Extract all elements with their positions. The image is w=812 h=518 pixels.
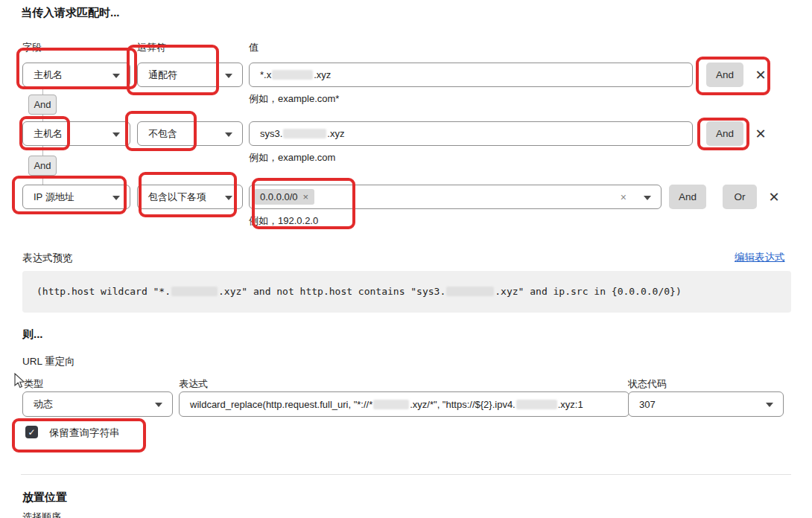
and-button-row2[interactable]: And	[706, 121, 743, 146]
and-connector-2[interactable]: And	[28, 156, 57, 176]
field-select-row1-value: 主机名	[34, 68, 63, 82]
expr-part: .xyz:1	[558, 399, 583, 410]
chevron-down-icon	[766, 403, 773, 407]
status-code-select[interactable]: 307	[628, 391, 784, 417]
field-column-label: 字段	[22, 41, 42, 54]
chevron-down-icon	[112, 196, 120, 200]
rule-builder-page: 当传入请求匹配时... 字段 运算符 值 主机名 通配符 *.x.xyz And…	[0, 0, 812, 518]
value-hint-row1: 例如，example.com*	[249, 92, 339, 106]
match-section-heading: 当传入请求匹配时...	[21, 6, 120, 20]
placement-section-heading: 放置位置	[22, 490, 67, 505]
value-row2-prefix: sys3.	[260, 128, 282, 139]
section-divider	[21, 474, 791, 475]
or-button-row3[interactable]: Or	[723, 185, 757, 209]
chevron-down-icon	[225, 74, 232, 78]
value-hint-row3: 例如，192.0.2.0	[249, 214, 318, 228]
expr-part: .xyz/*", "https://${2}.ipv4.	[410, 399, 515, 410]
edit-expression-link[interactable]: 编辑表达式	[735, 251, 785, 264]
chevron-down-icon	[112, 74, 120, 78]
chevron-down-icon	[112, 132, 120, 137]
ip-tag-value: 0.0.0.0/0	[260, 191, 298, 202]
value-row1-suffix: .xyz	[314, 69, 331, 80]
chevron-down-icon	[155, 403, 162, 407]
value-row1-prefix: *.x	[260, 69, 271, 80]
tag-remove-icon[interactable]: ×	[303, 191, 309, 202]
field-select-row2-value: 主机名	[34, 127, 63, 141]
value-input-row2[interactable]: sys3..xyz	[249, 121, 693, 146]
redacted-text	[272, 70, 313, 80]
value-hint-row2: 例如，example.com	[249, 151, 335, 164]
field-select-row3-value: IP 源地址	[34, 191, 74, 204]
field-select-row3[interactable]: IP 源地址	[22, 185, 130, 209]
type-label: 类型	[24, 377, 43, 391]
code-part: (http.host wildcard "*.	[37, 286, 171, 297]
redacted-text	[171, 287, 218, 296]
value-column-label: 值	[249, 41, 258, 54]
check-icon: ✓	[28, 427, 35, 438]
preserve-query-checkbox[interactable]: ✓	[25, 426, 38, 438]
redacted-text	[446, 287, 494, 296]
redacted-text	[283, 129, 326, 138]
redacted-text	[516, 400, 557, 409]
operator-select-row2-value: 不包含	[148, 127, 177, 141]
redirect-expression-label: 表达式	[179, 377, 208, 391]
type-select[interactable]: 动态	[22, 391, 173, 417]
code-part: .xyz" and not http.host contains "sys3.	[218, 286, 445, 297]
operator-select-row3[interactable]: 包含以下各项	[137, 185, 243, 209]
type-select-value: 动态	[34, 397, 53, 411]
expression-code-text: (http.host wildcard "*..xyz" and not htt…	[37, 286, 682, 297]
and-button-row3[interactable]: And	[669, 185, 706, 209]
mouse-cursor	[14, 373, 26, 389]
expression-preview-code: (http.host wildcard "*..xyz" and not htt…	[22, 271, 791, 313]
redacted-text	[373, 400, 409, 409]
field-select-row2[interactable]: 主机名	[22, 121, 130, 146]
then-section-heading: 则...	[22, 327, 43, 342]
preserve-query-label: 保留查询字符串	[49, 426, 120, 440]
value-multiselect-row3[interactable]: 0.0.0.0/0 × ×	[249, 185, 662, 209]
value-row2-suffix: .xyz	[327, 128, 344, 139]
remove-condition-row2-icon[interactable]: ✕	[751, 121, 770, 146]
status-code-value: 307	[639, 399, 656, 410]
chevron-down-icon	[225, 196, 232, 200]
placement-sub-label: 选择顺序	[22, 511, 61, 518]
operator-select-row1-value: 通配符	[148, 68, 177, 82]
remove-condition-row3-icon[interactable]: ✕	[764, 185, 784, 209]
chevron-down-icon	[225, 132, 232, 137]
ip-tag: 0.0.0.0/0 ×	[254, 189, 314, 205]
field-select-row1[interactable]: 主机名	[22, 63, 130, 87]
and-connector-1[interactable]: And	[28, 95, 57, 115]
operator-select-row1[interactable]: 通配符	[137, 63, 243, 87]
redirect-expression-input[interactable]: wildcard_replace(http.request.full_uri, …	[179, 391, 629, 417]
operator-column-label: 运算符	[137, 41, 166, 54]
chevron-down-icon	[644, 196, 651, 200]
and-button-row1[interactable]: And	[706, 63, 743, 87]
operator-select-row3-value: 包含以下各项	[148, 191, 206, 204]
expression-preview-label: 表达式预览	[22, 252, 73, 265]
status-code-label: 状态代码	[628, 377, 667, 391]
url-redirect-label: URL 重定向	[22, 355, 75, 368]
expr-part: wildcard_replace(http.request.full_uri, …	[190, 399, 372, 410]
operator-select-row2[interactable]: 不包含	[137, 121, 243, 146]
value-input-row1[interactable]: *.x.xyz	[249, 63, 693, 87]
remove-condition-row1-icon[interactable]: ✕	[751, 63, 770, 87]
code-part: .xyz" and ip.src in {0.0.0.0/0})	[495, 286, 681, 297]
clear-all-icon[interactable]: ×	[621, 191, 627, 203]
